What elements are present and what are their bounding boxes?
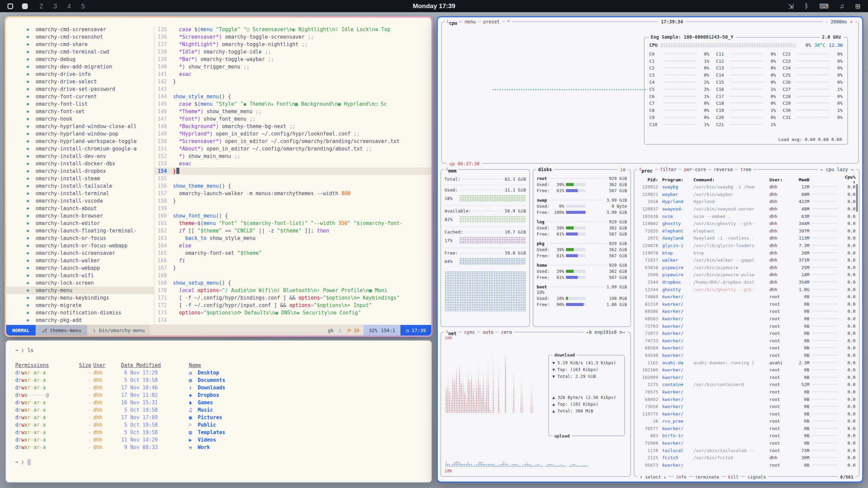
process-row[interactable]: 68586kworker/root0B0.0 xyxy=(638,308,855,315)
code-line[interactable]: 157 omarchy-launch-walker -m menus:omarc… xyxy=(155,190,431,197)
file-item[interactable]: ✱omarchy-launch-or-focus-webapp xyxy=(26,242,154,249)
process-row[interactable]: 71835elephantelephantdhh397M0.0 xyxy=(638,227,855,235)
process-row[interactable]: 2544dropbox/home/dhh/.dropbox-distdhh354… xyxy=(638,279,855,286)
process-row[interactable]: 74869kworker/root0B0.0 xyxy=(638,293,855,301)
footer-option-terminate[interactable]: terminate xyxy=(693,474,721,480)
file-item[interactable]: ✱omarchy-menu-keybindings xyxy=(26,294,154,302)
btop-option-auto[interactable]: auto xyxy=(480,329,496,337)
process-row[interactable]: 1170tailscal/usr/sbin/tailscaled --root7… xyxy=(638,447,855,454)
code-line[interactable]: 151 *About*) open_in_editor ~/.config/om… xyxy=(155,145,431,152)
memory-box-title[interactable]: 2mem xyxy=(444,166,458,174)
file-item[interactable]: ✱omarchy-drive-set-password xyxy=(26,85,154,93)
btop-option-zero[interactable]: zero xyxy=(499,329,514,337)
workspace-4[interactable]: 4 xyxy=(67,2,71,10)
file-item[interactable]: ✱omarchy-launch-screensaver xyxy=(26,249,154,257)
process-row[interactable]: 110775kworker/root0B0.0 xyxy=(638,410,855,418)
process-row[interactable]: 63816pipewire/usr/bin/pipewiredhh25M0.0 xyxy=(638,264,855,271)
file-item[interactable]: ✱omarchy-hyprland-workspace-toggle xyxy=(26,138,154,145)
btop-option-[interactable]: * xyxy=(505,19,512,26)
code-line[interactable]: 138 *Idle*) omarchy-toggle-idle ;; xyxy=(155,48,431,56)
code-line[interactable]: 135 case $(menu "Toggle" "▢ Screensaver\… xyxy=(155,26,431,33)
process-row[interactable]: 68584kworker/root0B0.0 xyxy=(638,344,855,352)
file-item[interactable]: ✱omarchy-pkg-add xyxy=(26,317,154,324)
file-item[interactable]: ✱omarchy-drive-info xyxy=(26,70,154,78)
file-item[interactable]: ✱omarchy-drive-select xyxy=(26,78,154,85)
process-row[interactable]: 95673kworker/root0B0.0 xyxy=(638,462,855,469)
workspace-5[interactable]: 5 xyxy=(81,2,85,10)
code-line[interactable]: 147 *Font*) show_font_menu ;; xyxy=(155,115,431,123)
process-row[interactable]: 72088kworker/root0B0.0 xyxy=(638,440,855,447)
process-row[interactable]: 1162avahi-daavahi-daemon: running [avahi… xyxy=(638,359,855,366)
code-line[interactable]: 164 else xyxy=(155,242,431,249)
footer-option-kill[interactable]: Kill xyxy=(726,474,741,480)
code-line[interactable]: 140 *) show_trigger_menu ;; xyxy=(155,63,431,70)
process-sort-selector[interactable]: ← cpu lazy → xyxy=(817,166,856,174)
process-row[interactable]: 2125fcitx5/usr/bin/fcitx5dhh30M0.0 xyxy=(638,454,855,462)
file-item[interactable]: ✱omarchy-migrate xyxy=(26,302,154,309)
process-row[interactable]: 74733kworker/root0B0.0 xyxy=(638,337,855,344)
file-item[interactable]: ✱omarchy-launch-walker xyxy=(26,257,154,264)
code-line[interactable]: 166 fi xyxy=(155,257,431,264)
file-item[interactable]: ✱omarchy-font-current xyxy=(26,93,154,100)
file-item[interactable]: ✱omarchy-notification-dismiss xyxy=(26,309,154,317)
file-item[interactable]: ✱omarchy-install-docker-dbs xyxy=(26,160,154,167)
code-line[interactable]: 143 xyxy=(155,85,431,93)
code-line[interactable]: 171 [ -f ~/.config/hypr/bindings.conf ] … xyxy=(155,294,431,302)
process-row[interactable]: 119078btopbtopdhh26M0.0 xyxy=(638,249,855,257)
code-line[interactable]: 144show_style_menu() { xyxy=(155,93,431,100)
process-row[interactable]: 76577kworker/root0B0.0 xyxy=(638,425,855,432)
file-item[interactable]: ✱omarchy-cmd-screenshot xyxy=(26,33,154,41)
file-item[interactable]: ✱omarchy-launch-wifi xyxy=(26,272,154,279)
keyboard-icon[interactable]: ⌨ xyxy=(819,2,828,10)
btop-option-tree[interactable]: tree xyxy=(738,166,753,174)
app-menu-icon[interactable]: ⊞ xyxy=(855,2,861,10)
code-line[interactable]: 158} xyxy=(155,197,431,205)
code-line[interactable]: 160show_font_menu() { xyxy=(155,212,431,220)
process-row[interactable]: 120912swaybg/usr/bin/swaybg -i /homdhh12… xyxy=(638,183,855,191)
code-line[interactable]: 149 *Hyprland*) open_in_editor ~/.config… xyxy=(155,130,431,138)
bluetooth-icon[interactable]: ᛒ xyxy=(805,2,808,10)
terminal-cursor[interactable] xyxy=(27,459,31,465)
file-item[interactable]: ✱omarchy-launch-floating-terminal- xyxy=(26,227,154,235)
process-scrollbar[interactable] xyxy=(856,184,858,212)
code-line[interactable]: 163 back_to show_style_menu xyxy=(155,235,431,242)
process-row[interactable]: 2506pipewire/usr/bin/pipewire-pulsedhh14… xyxy=(638,271,855,279)
file-item[interactable]: ✱omarchy-install-dev-env xyxy=(26,152,154,160)
footer-option-info[interactable]: info xyxy=(674,474,688,480)
select-hint[interactable]: ↑ select ↓ xyxy=(638,474,668,480)
code-line[interactable]: 167} xyxy=(155,264,431,272)
process-row[interactable]: 81310kworker/root0B0.0 xyxy=(638,301,855,308)
code-line[interactable]: 172 [ -f ~/.config/hypr/input.conf ] && … xyxy=(155,302,431,309)
file-item[interactable]: ✱omarchy-lock-screen xyxy=(26,279,154,287)
btop-option-reverse[interactable]: reverse xyxy=(711,166,735,174)
code-line[interactable]: 159 xyxy=(155,205,431,212)
process-row[interactable]: 120878glycin-i/usr/lib/glycin-loadersdhh… xyxy=(638,242,855,249)
process-row[interactable]: 120921waybar/usr/bin/waybardhh68M0.0 xyxy=(638,191,855,198)
code-line[interactable]: 139 *Bar*) omarchy-toggle-waybar ;; xyxy=(155,56,431,63)
code-line[interactable]: 174 xyxy=(155,317,431,324)
code-line[interactable]: 153 esac xyxy=(155,160,431,167)
process-box-title[interactable]: 4proc xyxy=(637,166,655,174)
code-line[interactable]: 162 if [[ "$theme" == "CNCLD" || -z "$th… xyxy=(155,227,431,235)
file-item[interactable]: ✱omarchy-install-dropbox xyxy=(26,167,154,175)
file-item[interactable]: ✱omarchy-install-vscode xyxy=(26,197,154,205)
process-row[interactable]: 68583kworker/root0B0.0 xyxy=(638,315,855,323)
cpu-box-title[interactable]: 1cpu xyxy=(445,19,459,26)
network-box-title[interactable]: 3net xyxy=(444,329,458,337)
file-item[interactable]: ✱omarchy-install-steam xyxy=(26,175,154,182)
process-row[interactable]: 2075XwaylandXwayland :1 -rootless -dhh11… xyxy=(638,235,855,242)
workspace-icon-outline[interactable] xyxy=(7,3,13,9)
process-row[interactable]: 94540kworker/root0B0.0 xyxy=(638,352,855,359)
process-row[interactable]: 73656kworker/root0B0.0 xyxy=(638,403,855,410)
btop-option-percore[interactable]: per-core xyxy=(682,166,708,174)
file-item[interactable]: ✱omarchy-install-terminal xyxy=(26,190,154,197)
code-line[interactable]: 152 *) show_main_menu ;; xyxy=(155,152,431,160)
btop-option-filter[interactable]: filter xyxy=(658,166,679,174)
process-row[interactable]: 119802ghostty/usr/bin/ghostty --gtk-dhh3… xyxy=(638,220,855,227)
code-line[interactable]: 142} xyxy=(155,78,431,85)
workspace-3[interactable]: 3 xyxy=(53,2,57,10)
process-row[interactable]: 12244ghostty/usr/bin/ghostty --gtk-dhh1.… xyxy=(638,286,855,293)
file-item[interactable]: ✱omarchy-install-chromium-google-a xyxy=(26,145,154,152)
code-line[interactable]: 169show_setup_menu() { xyxy=(155,279,431,287)
file-item[interactable]: ✱omarchy-launch-editor xyxy=(26,220,154,227)
